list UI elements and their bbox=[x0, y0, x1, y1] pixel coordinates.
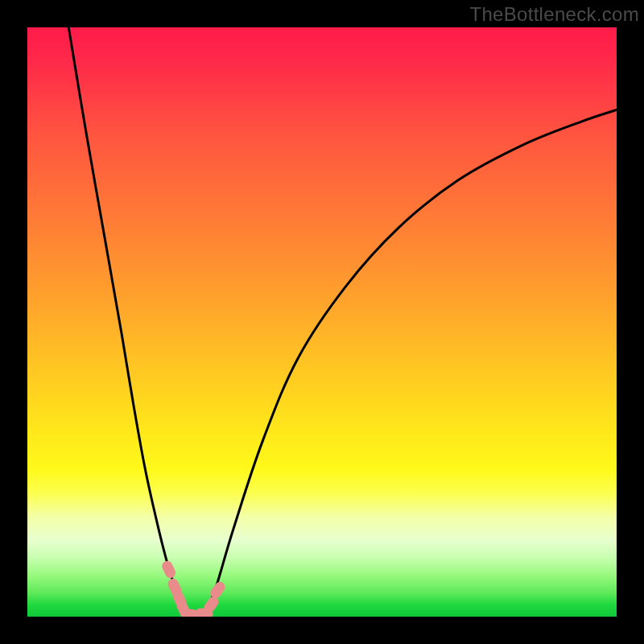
chart-stage: TheBottleneck.com bbox=[0, 0, 644, 644]
marker-point bbox=[202, 595, 221, 615]
marker-point bbox=[175, 599, 192, 617]
chart-curves bbox=[68, 27, 617, 617]
chart-svg bbox=[27, 27, 617, 617]
marker-point bbox=[188, 609, 206, 617]
marker-point bbox=[160, 559, 177, 580]
marker-point bbox=[180, 609, 199, 617]
chart-markers bbox=[160, 559, 227, 617]
attribution-label: TheBottleneck.com bbox=[469, 3, 639, 26]
plot-area bbox=[27, 27, 617, 617]
series-left-curve bbox=[68, 27, 186, 617]
marker-point bbox=[166, 577, 183, 597]
marker-point bbox=[171, 588, 188, 609]
series-right-curve bbox=[204, 109, 617, 617]
marker-point bbox=[195, 608, 213, 617]
marker-point bbox=[208, 580, 227, 600]
